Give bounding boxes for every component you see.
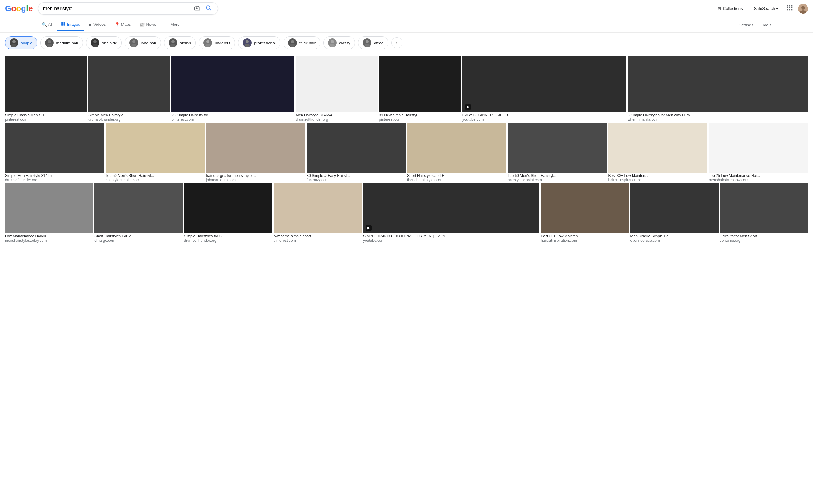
search-button[interactable]: [204, 5, 213, 12]
chip-office[interactable]: office: [358, 36, 388, 49]
image-caption: Top 50 Men's Short Hairstyl...: [508, 173, 607, 178]
svg-point-20: [11, 44, 16, 47]
image-caption: 31 New simple Hairstyl...: [379, 113, 461, 117]
image-caption: 8 Simple Hairstyles for Men with Busy ..…: [628, 113, 808, 117]
user-avatar[interactable]: [798, 4, 808, 14]
image-item[interactable]: 25 Simple Haircuts for ... pinterest.com: [171, 56, 294, 122]
chip-stylish[interactable]: stylish: [164, 36, 196, 49]
apps-icon[interactable]: [786, 4, 793, 13]
videos-icon: ▶: [89, 22, 92, 27]
image-caption: Awesome simple short...: [273, 234, 362, 238]
collections-button[interactable]: ⊟ Collections: [715, 4, 746, 13]
image-item[interactable]: hair designs for men simple ... jobadant…: [206, 123, 305, 182]
svg-point-21: [48, 40, 51, 43]
nav-tabs: 🔍 All Images ▶ Videos 📍 Maps 📰 News ⋮ Mo…: [0, 17, 813, 33]
image-item[interactable]: Awesome simple short... pinterest.com: [273, 183, 362, 243]
svg-point-36: [330, 44, 335, 47]
image-item[interactable]: Short Hairstyles and H... therighthairst…: [407, 123, 507, 182]
camera-search-button[interactable]: [193, 5, 201, 12]
chip-undercut[interactable]: undercut: [199, 36, 235, 49]
chip-simple-label: simple: [21, 41, 33, 45]
image-item[interactable]: 8 Simple Hairstyles for Men with Busy ..…: [628, 56, 808, 122]
collections-label: Collections: [723, 6, 743, 11]
image-item[interactable]: Simple Men Hairstyle 31465... drumsofthu…: [5, 123, 104, 182]
svg-rect-18: [64, 24, 65, 26]
image-item[interactable]: Top 50 Men's Short Hairstyl... hairstyle…: [106, 123, 205, 182]
image-caption: Low Maintenance Haircu...: [5, 234, 93, 238]
svg-point-31: [246, 40, 249, 43]
tab-more[interactable]: ⋮ More: [160, 19, 184, 31]
image-thumbnail: [608, 123, 708, 173]
tab-all[interactable]: 🔍 All: [37, 19, 57, 31]
image-item[interactable]: Men Unique Simple Hai... etiennebruce.co…: [630, 183, 719, 243]
chip-office-thumb: [363, 38, 371, 47]
image-item[interactable]: Best 30+ Low Mainten... haircutinspirati…: [541, 183, 629, 243]
image-item[interactable]: Haircuts for Men Short... contener.org: [720, 183, 808, 243]
svg-point-30: [205, 44, 210, 47]
image-item[interactable]: 31 New simple Hairstyl... pinterest.com: [379, 56, 461, 122]
svg-point-26: [131, 44, 136, 47]
settings-button[interactable]: Settings: [734, 20, 758, 30]
image-caption: Simple Classic Men's H...: [5, 113, 87, 117]
chip-one-side-thumb: [91, 38, 99, 47]
chip-classy-thumb: [328, 38, 336, 47]
chip-thick-hair-thumb: [288, 38, 297, 47]
image-caption: Short Hairstyles For M...: [94, 234, 183, 238]
chip-stylish-thumb: [169, 38, 177, 47]
svg-rect-8: [791, 7, 793, 8]
tab-images[interactable]: Images: [57, 19, 84, 31]
image-item[interactable]: Men Hairstyle 314654 ... drumsofthunder.…: [296, 56, 377, 122]
chip-simple[interactable]: simple: [5, 36, 37, 49]
svg-point-1: [206, 6, 210, 9]
image-thumbnail: [273, 183, 362, 233]
tab-maps[interactable]: 📍 Maps: [110, 19, 135, 31]
image-source: etiennebruce.com: [630, 238, 719, 243]
image-item[interactable]: Best 30+ Low Mainten... haircutinspirati…: [608, 123, 708, 182]
image-item[interactable]: ▶ EASY BEGINNER HAIRCUT ... youtube.com: [463, 56, 626, 122]
news-icon: 📰: [139, 22, 145, 27]
tools-button[interactable]: Tools: [758, 20, 776, 30]
images-icon: [61, 22, 65, 27]
image-row-3: Low Maintenance Haircu... menshairstyles…: [5, 183, 808, 243]
svg-rect-5: [791, 5, 793, 7]
chip-undercut-label: undercut: [214, 41, 230, 45]
image-caption: SIMPLE HAIRCUT TUTORIAL FOR MEN || EASY …: [363, 234, 540, 238]
tab-videos[interactable]: ▶ Videos: [84, 19, 110, 31]
chip-simple-thumb: [10, 38, 18, 47]
svg-point-38: [364, 44, 369, 47]
tab-videos-label: Videos: [93, 22, 106, 27]
chip-professional[interactable]: professional: [238, 36, 280, 49]
image-item[interactable]: Simple Hairstyles for S... drumsofthunde…: [184, 183, 272, 243]
image-caption: Men Unique Simple Hai...: [630, 234, 719, 238]
chip-one-side[interactable]: one side: [86, 36, 122, 49]
image-item[interactable]: Simple Men Hairstyle 3... drumsofthunder…: [88, 56, 170, 122]
image-item[interactable]: Top 50 Men's Short Hairstyl... hairstyle…: [508, 123, 607, 182]
chip-one-side-label: one side: [102, 41, 117, 45]
chip-long-hair-thumb: [129, 38, 138, 47]
image-grid: Simple Classic Men's H... pinterest.com …: [0, 53, 813, 247]
tab-news[interactable]: 📰 News: [135, 19, 160, 31]
chip-thick-hair[interactable]: thick hair: [283, 36, 320, 49]
nav-right-actions: Settings Tools: [734, 20, 776, 30]
chip-medium-hair[interactable]: medium hair: [40, 36, 83, 49]
image-source: funtouzy.com: [306, 178, 406, 182]
image-item[interactable]: Top 25 Low Maintenance Hai... menshairst…: [709, 123, 808, 182]
more-icon: ⋮: [165, 22, 169, 27]
header-right: ⊟ Collections SafeSearch ▾: [715, 4, 808, 14]
image-item[interactable]: 30 Simple & Easy Hairst... funtouzy.com: [306, 123, 406, 182]
image-item[interactable]: Simple Classic Men's H... pinterest.com: [5, 56, 87, 122]
chips-next-button[interactable]: ›: [391, 37, 402, 48]
chip-long-hair[interactable]: long hair: [125, 36, 161, 49]
image-caption: 25 Simple Haircuts for ...: [171, 113, 294, 117]
svg-point-27: [171, 40, 174, 43]
image-thumbnail: [94, 183, 183, 233]
google-logo[interactable]: Google: [5, 4, 33, 13]
chip-classy[interactable]: classy: [323, 36, 355, 49]
image-source: drumsofthunder.org: [296, 117, 377, 122]
image-item[interactable]: Low Maintenance Haircu... menshairstyles…: [5, 183, 93, 243]
image-item[interactable]: Short Hairstyles For M... dmarge.com: [94, 183, 183, 243]
image-item[interactable]: ▶ SIMPLE HAIRCUT TUTORIAL FOR MEN || EAS…: [363, 183, 540, 243]
safesearch-button[interactable]: SafeSearch ▾: [751, 4, 781, 13]
search-input[interactable]: men hairstyle: [43, 6, 190, 11]
image-source: pinterest.com: [379, 117, 461, 122]
